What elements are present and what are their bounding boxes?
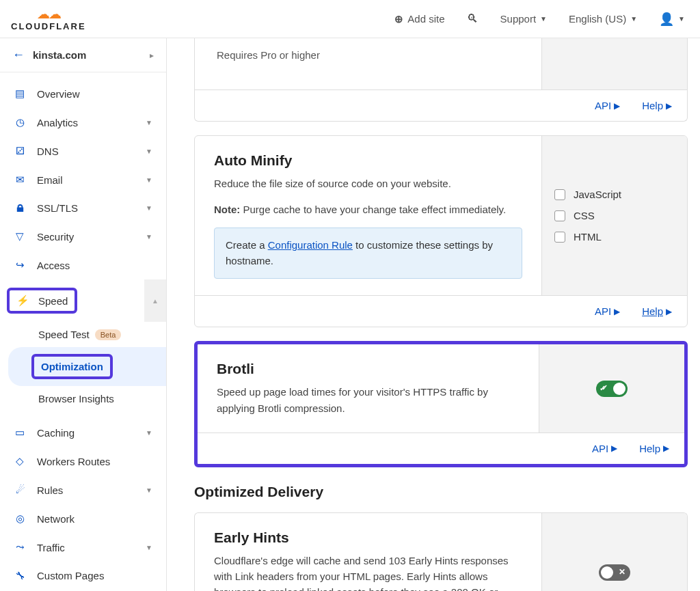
x-icon: ✕ [619, 567, 625, 577]
card-side [542, 38, 687, 90]
sidebar-item-analytics[interactable]: ◷ Analytics ▼ [0, 108, 166, 137]
chevron-down-icon: ▼ [146, 486, 152, 494]
sidebar-item-ssl[interactable]: 🔒︎ SSL/TLS ▼ [0, 194, 166, 222]
card-side: ✕ [542, 513, 687, 591]
site-selector[interactable]: ← kinsta.com ▸ [0, 38, 166, 72]
sidebar-item-label: Speed [38, 295, 68, 307]
sidebar-item-network[interactable]: ◎ Network [0, 504, 166, 533]
checkbox-icon [554, 210, 565, 221]
card-brotli: Brotli Speed up page load times for your… [194, 341, 688, 467]
help-link[interactable]: Help▶ [639, 443, 669, 454]
card-desc: Speed up page load times for your visito… [217, 384, 520, 416]
card-auto-minify: Auto Minify Reduce the file size of sour… [194, 135, 688, 327]
chevron-right-icon: ▶ [614, 101, 620, 111]
card-title: Early Hints [214, 530, 522, 546]
card-side: ✓ [539, 344, 684, 432]
checkbox-icon [554, 232, 565, 243]
configuration-rule-link[interactable]: Configuration Rule [268, 239, 353, 251]
early-hints-toggle[interactable]: ✕ [599, 564, 630, 581]
chevron-down-icon: ▼ [146, 544, 152, 551]
language-label: English (US) [569, 13, 626, 25]
sidebar-item-security[interactable]: ▽ Security ▼ [0, 222, 166, 251]
shield-icon: ▽ [14, 230, 26, 243]
chevron-down-icon: ▼ [146, 204, 152, 212]
sidebar-subitem-speed-test[interactable]: Speed Test Beta [0, 322, 166, 347]
wrench-icon: 🔧︎ [14, 570, 26, 581]
checkbox-css[interactable]: CSS [554, 210, 675, 221]
chevron-down-icon: ▼ [146, 429, 152, 437]
card-early-hints: Early Hints Cloudflare's edge will cache… [194, 512, 688, 591]
checkbox-html[interactable]: HTML [554, 231, 675, 243]
back-arrow-icon[interactable]: ← [12, 48, 25, 62]
sidebar-item-dns[interactable]: ⚂ DNS ▼ [0, 137, 166, 165]
chevron-right-icon: ▶ [666, 307, 672, 316]
sidebar-subitem-label: Browser Insights [38, 393, 114, 404]
add-site-button[interactable]: ⊕ Add site [383, 0, 455, 38]
support-menu[interactable]: Support ▼ [489, 0, 558, 38]
sidebar-item-custom-pages[interactable]: 🔧︎ Custom Pages [0, 562, 166, 590]
account-menu[interactable]: 👤 ▼ [648, 0, 696, 38]
sidebar: ← kinsta.com ▸ ▤ Overview ◷ Analytics ▼ … [0, 38, 167, 591]
support-label: Support [500, 13, 537, 25]
brotli-toggle[interactable]: ✓ [596, 381, 628, 397]
card-title: Brotli [217, 361, 520, 377]
sidebar-item-rules[interactable]: ☄ Rules ▼ [0, 476, 166, 504]
logo[interactable]: ☁☁ CLOUDFLARE [11, 8, 86, 31]
api-link[interactable]: API▶ [595, 305, 620, 317]
sidebar-item-overview[interactable]: ▤ Overview [0, 79, 166, 108]
help-link[interactable]: Help▶ [642, 305, 672, 317]
chevron-down-icon: ▼ [146, 233, 152, 240]
topbar: ☁☁ CLOUDFLARE ⊕ Add site 🔍︎ Support ▼ En… [0, 0, 700, 38]
checkbox-javascript[interactable]: JavaScript [554, 189, 675, 200]
api-link[interactable]: API▶ [595, 100, 620, 111]
language-menu[interactable]: English (US) ▼ [558, 0, 648, 38]
chevron-right-icon: ▶ [614, 307, 620, 316]
dns-icon: ⚂ [14, 145, 26, 157]
sidebar-subitem-browser-insights[interactable]: Browser Insights [0, 386, 166, 411]
email-icon: ✉ [14, 174, 26, 186]
sidebar-item-email[interactable]: ✉ Email ▼ [0, 165, 166, 194]
sidebar-item-label: SSL/TLS [37, 202, 135, 214]
bolt-icon: ⚡ [16, 294, 29, 307]
chevron-right-icon: ▶ [666, 101, 672, 111]
chevron-right-icon: ▶ [611, 443, 617, 453]
add-site-label: Add site [407, 13, 444, 25]
sidebar-item-label: Access [37, 260, 152, 271]
sidebar-item-label: DNS [37, 146, 135, 157]
help-link[interactable]: Help▶ [642, 100, 672, 111]
sidebar-subitem-label: Optimization [41, 361, 103, 372]
api-link[interactable]: API▶ [592, 443, 617, 454]
sidebar-item-workers[interactable]: ◇ Workers Routes [0, 447, 166, 476]
sidebar-item-access[interactable]: ↪ Access [0, 251, 166, 279]
card-side: JavaScript CSS HTML [542, 136, 687, 295]
chevron-down-icon: ▼ [146, 148, 152, 155]
location-icon: ◎ [14, 512, 26, 525]
rules-icon: ☄ [14, 484, 26, 496]
config-rule-info: Create a Configuration Rule to customize… [214, 228, 522, 279]
sidebar-item-label: Traffic [37, 542, 135, 553]
sidebar-item-traffic[interactable]: ⤳ Traffic ▼ [0, 533, 166, 562]
clock-icon: ◷ [14, 116, 26, 128]
search-button[interactable]: 🔍︎ [456, 0, 489, 38]
sidebar-item-label: Caching [37, 427, 135, 439]
collapse-toggle[interactable]: ▲ [144, 279, 166, 322]
section-optimized-delivery: Optimized Delivery [194, 484, 688, 500]
caching-icon: ▭ [14, 426, 26, 439]
sidebar-item-speed[interactable]: ⚡ Speed ▲ [0, 279, 166, 322]
user-icon: 👤 [659, 12, 674, 27]
sidebar-item-caching[interactable]: ▭ Caching ▼ [0, 418, 166, 447]
chevron-up-icon: ▲ [152, 297, 159, 305]
chevron-down-icon: ▼ [540, 15, 547, 23]
access-icon: ↪ [14, 259, 26, 271]
chevron-down-icon: ▼ [678, 15, 685, 23]
card-footer: API▶ Help▶ [195, 295, 687, 327]
sidebar-subitem-label: Speed Test [38, 329, 90, 340]
card-footer: API▶ Help▶ [198, 432, 684, 464]
toggle-knob [601, 566, 613, 579]
checkbox-icon [554, 189, 565, 200]
card-desc: Cloudflare's edge will cache and send 10… [214, 553, 522, 591]
traffic-icon: ⤳ [14, 541, 26, 553]
sidebar-item-label: Rules [37, 484, 135, 496]
sidebar-subitem-optimization[interactable]: Optimization [8, 347, 166, 386]
sidebar-item-label: Workers Routes [37, 456, 152, 467]
